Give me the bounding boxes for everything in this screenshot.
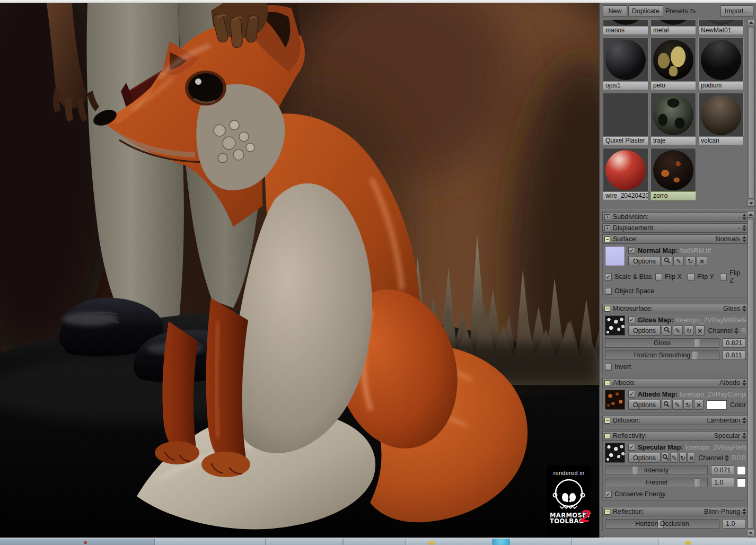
panel-mode-value[interactable]: -: [738, 224, 740, 232]
scroll-up-arrow[interactable]: [748, 20, 754, 26]
material-item-selected[interactable]: zorro: [650, 148, 696, 200]
checkbox-scale-bias[interactable]: ✓Scale & Bias: [605, 273, 655, 280]
clear-x-icon[interactable]: ×: [688, 453, 695, 463]
specular-map-thumbnail[interactable]: [605, 443, 625, 463]
edit-pencil-icon[interactable]: ✎: [673, 256, 684, 266]
taskbar-item[interactable]: [0, 539, 155, 545]
reload-icon[interactable]: ↻: [683, 400, 693, 410]
panel-header-surface[interactable]: − Surface: Normals: [602, 234, 749, 244]
search-icon[interactable]: [662, 256, 672, 266]
options-button[interactable]: Options: [628, 400, 661, 410]
taskbar-item[interactable]: [155, 539, 406, 545]
material-item[interactable]: NewMat01: [698, 19, 744, 35]
material-item[interactable]: ojos1: [603, 38, 648, 90]
mode-spinner[interactable]: [742, 214, 746, 220]
import-material-button[interactable]: Import...: [720, 5, 753, 17]
horizon-occlusion-slider[interactable]: Horizon Occlusion: [605, 519, 719, 529]
gloss-value-field[interactable]: 0.821: [723, 338, 746, 348]
panel-mode-value[interactable]: Blinn-Phong: [704, 508, 740, 515]
map-enabled-checkbox[interactable]: ✓: [628, 391, 635, 398]
material-item[interactable]: volcan: [698, 93, 744, 145]
material-item[interactable]: pelo: [650, 38, 696, 90]
panel-mode-value[interactable]: Specular: [714, 432, 740, 439]
checkbox-flip-z[interactable]: Flip Z: [720, 269, 746, 284]
materials-scrollbar[interactable]: [748, 19, 755, 207]
mode-spinner[interactable]: [742, 417, 746, 424]
expand-toggle[interactable]: −: [604, 433, 610, 439]
scroll-down-arrow[interactable]: [748, 200, 754, 206]
material-item[interactable]: traje: [650, 93, 696, 145]
panel-header-microsurface[interactable]: − Microsurface: Gloss: [602, 304, 749, 313]
gloss-slider[interactable]: Gloss: [605, 338, 719, 348]
normal-map-thumbnail[interactable]: [605, 246, 625, 266]
panel-header-displacement[interactable]: + Displacement: -: [602, 223, 749, 233]
panel-header-subdivision[interactable]: + Subdivision: -: [602, 212, 749, 222]
os-taskbar[interactable]: [0, 538, 756, 545]
horizon-smoothing-slider[interactable]: Horizon Smoothing: [605, 350, 719, 360]
edit-pencil-icon[interactable]: ✎: [672, 400, 682, 410]
mode-spinner[interactable]: [742, 305, 746, 312]
search-icon[interactable]: [662, 400, 671, 410]
intensity-slider[interactable]: Intensity: [605, 465, 708, 475]
checkbox-flip-x[interactable]: Flip X: [655, 273, 688, 280]
panel-mode-value[interactable]: Gloss: [723, 305, 740, 312]
albedo-map-thumbnail[interactable]: [605, 390, 625, 410]
expand-toggle[interactable]: +: [604, 214, 610, 220]
options-button[interactable]: Options: [628, 256, 661, 266]
expand-toggle[interactable]: −: [604, 418, 610, 424]
expand-toggle[interactable]: −: [604, 380, 610, 386]
gloss-map-thumbnail[interactable]: [605, 315, 625, 336]
new-material-button[interactable]: New: [603, 5, 627, 17]
checkbox-invert[interactable]: Invert: [605, 363, 631, 371]
material-item[interactable]: podium: [698, 38, 744, 90]
checkbox-conserve-energy[interactable]: ✓Conserve Energy: [605, 490, 666, 498]
panel-mode-value[interactable]: -: [738, 213, 740, 221]
search-icon[interactable]: [662, 453, 669, 463]
horizon-smoothing-value-field[interactable]: 0.811: [723, 350, 746, 360]
search-icon[interactable]: [662, 326, 672, 336]
mode-spinner[interactable]: [742, 433, 746, 439]
material-item[interactable]: wire_204204204: [603, 148, 648, 200]
taskbar-item[interactable]: [658, 539, 756, 545]
panel-header-diffusion[interactable]: − Diffusion: Lambertian: [602, 416, 749, 425]
intensity-color-swatch[interactable]: [737, 466, 746, 475]
viewport-3d[interactable]: rendered in MARMOSET TOOLBAG™ 2: [0, 3, 599, 538]
material-item[interactable]: Quixel Plaster: [603, 93, 648, 145]
mode-spinner[interactable]: [742, 225, 746, 231]
taskbar-item[interactable]: [572, 539, 658, 545]
albedo-color-swatch[interactable]: [707, 400, 727, 410]
checkbox-object-space[interactable]: Object Space: [605, 287, 654, 295]
panel-mode-value[interactable]: Lambertian: [707, 417, 740, 424]
channel-selector[interactable]: ChannelRGB: [698, 454, 746, 462]
mode-spinner[interactable]: [742, 380, 746, 386]
scrollbar-thumb[interactable]: [748, 219, 754, 529]
scrollbar-thumb[interactable]: [748, 27, 754, 199]
panel-header-reflectivity[interactable]: − Reflectivity: Specular: [602, 431, 749, 441]
properties-scrollbar[interactable]: [747, 211, 754, 537]
options-button[interactable]: Options: [628, 453, 661, 463]
fresnel-color-swatch[interactable]: [737, 478, 746, 487]
mode-spinner[interactable]: [742, 236, 746, 242]
fresnel-value-field[interactable]: 1.0: [711, 478, 734, 487]
reload-icon[interactable]: ↻: [684, 326, 694, 336]
panel-header-albedo[interactable]: − Albedo: Albedo: [602, 378, 749, 388]
clear-x-icon[interactable]: ×: [697, 256, 707, 266]
expand-toggle[interactable]: −: [604, 236, 610, 242]
reload-icon[interactable]: ↻: [679, 453, 687, 463]
clear-x-icon[interactable]: ×: [694, 400, 704, 410]
map-enabled-checkbox[interactable]: ✓: [628, 317, 635, 323]
scroll-up-arrow[interactable]: [748, 212, 754, 218]
channel-selector[interactable]: ChannelR: [708, 327, 746, 335]
duplicate-material-button[interactable]: Duplicate: [628, 5, 663, 17]
edit-pencil-icon[interactable]: ✎: [670, 453, 678, 463]
expand-toggle[interactable]: +: [604, 225, 610, 231]
map-enabled-checkbox[interactable]: ✓: [628, 247, 635, 254]
clear-x-icon[interactable]: ×: [695, 326, 705, 336]
options-button[interactable]: Options: [628, 326, 661, 336]
presets-menu[interactable]: Presets ≡▾: [665, 7, 696, 15]
panel-mode-value[interactable]: Normals: [715, 235, 740, 243]
taskbar-active-window[interactable]: [492, 539, 510, 545]
mode-spinner[interactable]: [742, 508, 746, 515]
edit-pencil-icon[interactable]: ✎: [673, 326, 683, 336]
horizon-occlusion-value-field[interactable]: 1.0: [723, 519, 746, 529]
